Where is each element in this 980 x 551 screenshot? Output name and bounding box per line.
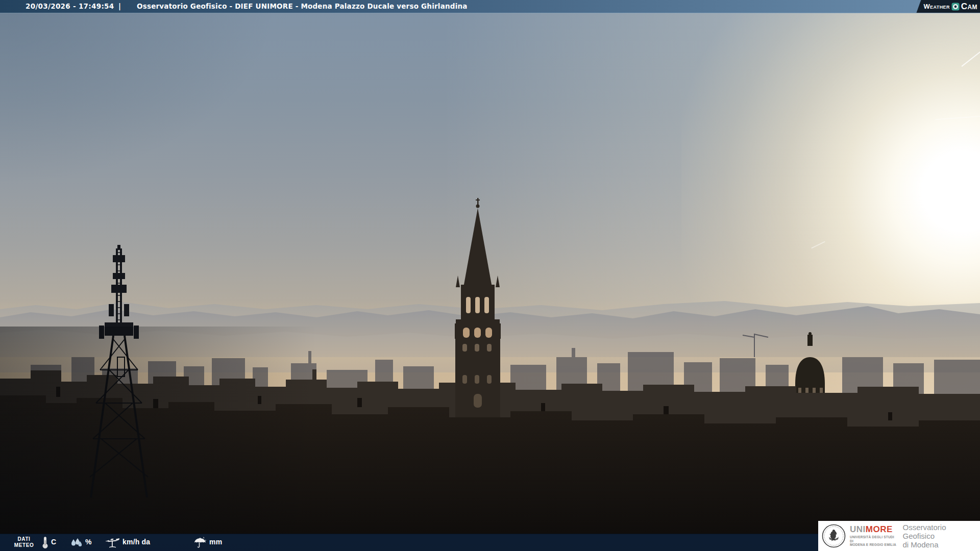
unimore-wordmark: UNIMORE UNIVERSITÀ DEGLI STUDI DI MODENA… [850,525,899,547]
rain-unit: mm [209,538,222,546]
unimore-seal-icon [822,524,846,548]
temperature-unit: C [51,538,56,546]
webcam-page: 20/03/2026 - 17:49:54 | Osservatorio Geo… [0,0,980,551]
university-subtitle-line1: UNIVERSITÀ DEGLI STUDI DI [850,535,899,543]
unimore-uni-text: UNI [850,524,866,534]
unimore-branding[interactable]: UNIMORE UNIVERSITÀ DEGLI STUDI DI MODENA… [818,521,980,551]
rain-umbrella-icon [193,536,207,549]
camera-title: Osservatorio Geofisico - DIEF UNIMORE - … [137,0,468,13]
header-bar: 20/03/2026 - 17:49:54 | Osservatorio Geo… [0,0,980,13]
datetime-text: 20/03/2026 - 17:49:54 [26,0,114,13]
header-separator: | [118,0,121,13]
weathercam-weather-text: Weather [923,3,949,10]
weathercam-lens-icon [951,3,960,11]
humidity-drops-icon [69,538,84,548]
dati-meteo-label: DATI METEO [8,536,40,548]
weathercam-logo[interactable]: Weather Cam [916,0,980,13]
observatory-name: Osservatorio Geofisico di Modena [903,523,980,549]
wind-unit: km/h da [122,538,150,546]
university-subtitle-line2: MODENA E REGGIO EMILIA [850,543,899,547]
thermometer-icon [42,536,48,549]
weathercam-cam-text: Cam [961,2,977,12]
unimore-more-text: MORE [866,524,893,534]
wind-vane-icon [104,537,120,549]
foreground-shadow [0,327,316,551]
humidity-unit: % [85,538,92,546]
